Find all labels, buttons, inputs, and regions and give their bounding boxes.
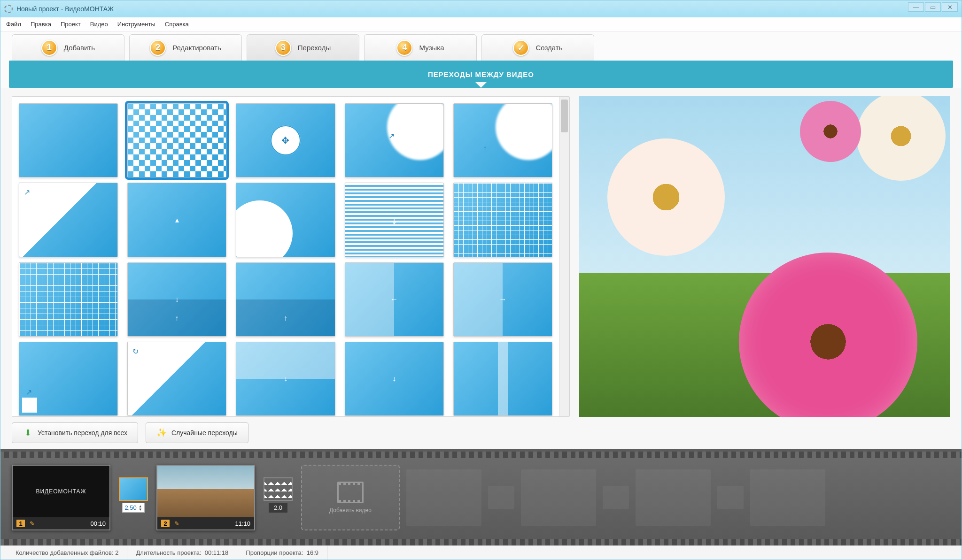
transition-item[interactable]: ↻ (127, 342, 226, 416)
step-number-icon: 1 (41, 40, 57, 56)
transition-item[interactable]: ← (345, 262, 444, 337)
menu-bar: Файл Правка Проект Видео Инструменты Спр… (0, 17, 962, 31)
step-number-icon: 2 (150, 40, 166, 56)
clip-index: 2 (161, 520, 170, 527)
preview-panel (579, 96, 950, 417)
transition-item[interactable]: ↓ (345, 342, 444, 416)
clip-thumbnail: ВИДЕОМОНТАЖ (13, 466, 109, 517)
checkmark-icon: ✓ (513, 40, 529, 56)
transition-item[interactable]: ↓ (236, 342, 335, 416)
window-title: Новый проект - ВидеоМОНТАЖ (16, 5, 114, 13)
timeline-transition[interactable]: 2,50 ▲▼ (117, 477, 150, 518)
stepper-icon[interactable]: ▲▼ (139, 505, 142, 511)
step-label: Музыка (419, 44, 444, 52)
transitions-grid: ✥ ↗ ↑ ↗ ▴ ↓ ↓↑ ↑ ← → ↗ ↻ ↓ ↓ (12, 97, 559, 416)
transition-item[interactable]: ↗ (19, 183, 118, 257)
menu-project[interactable]: Проект (61, 21, 81, 28)
random-transitions-button[interactable]: ✨ Случайные переходы (146, 422, 248, 443)
empty-transition-slot (603, 486, 629, 509)
timeline-area: T ВИДЕОМОНТАЖ 1 ✎ 00:10 2,50 ▲▼ (0, 449, 962, 545)
transition-item[interactable] (453, 342, 552, 416)
status-files: Количество добавленных файлов: 2 (7, 546, 127, 560)
empty-clip-slot (750, 469, 825, 526)
menu-help[interactable]: Справка (165, 21, 189, 28)
transition-item[interactable]: ↓↑ (127, 262, 226, 337)
empty-clip-slot (636, 469, 711, 526)
timeline-transition[interactable]: 2.0 (262, 477, 295, 518)
timeline-clip[interactable]: T ВИДЕОМОНТАЖ 1 ✎ 00:10 (12, 465, 110, 530)
transition-item[interactable]: ▴ (127, 183, 226, 257)
step-label: Добавить (64, 44, 95, 52)
filmstrip-decoration (0, 539, 962, 545)
transition-item[interactable] (236, 183, 335, 257)
transition-item[interactable] (19, 103, 118, 177)
step-add[interactable]: 1 Добавить (12, 34, 124, 61)
add-video-label: Добавить видео (329, 507, 372, 514)
transition-item[interactable]: ↗ (19, 342, 118, 416)
transition-item[interactable]: ↑ (453, 103, 552, 177)
step-label: Переходы (298, 44, 331, 52)
empty-transition-slot (488, 486, 514, 509)
filmstrip-decoration (0, 452, 962, 458)
title-bar: Новый проект - ВидеоМОНТАЖ — ▭ ✕ (0, 0, 962, 17)
download-arrow-icon: ⬇ (23, 428, 33, 438)
step-transitions[interactable]: 3 Переходы (247, 34, 359, 61)
edit-clip-icon[interactable]: ✎ (30, 520, 35, 527)
preview-image (579, 96, 950, 417)
film-icon (337, 482, 364, 503)
transition-item[interactable] (19, 262, 118, 337)
transition-item[interactable]: ↗ (345, 103, 444, 177)
section-banner: ПЕРЕХОДЫ МЕЖДУ ВИДЕО (9, 61, 953, 88)
transition-item[interactable]: ✥ (236, 103, 335, 177)
apply-to-all-button[interactable]: ⬇ Установить переход для всех (12, 422, 138, 443)
workflow-steps: 1 Добавить 2 Редактировать 3 Переходы 4 … (0, 31, 962, 61)
step-music[interactable]: 4 Музыка (364, 34, 477, 61)
step-edit[interactable]: 2 Редактировать (129, 34, 242, 61)
menu-file[interactable]: Файл (6, 21, 21, 28)
step-number-icon: 4 (396, 40, 412, 56)
banner-title: ПЕРЕХОДЫ МЕЖДУ ВИДЕО (428, 70, 534, 78)
clip-index: 1 (16, 520, 25, 527)
transition-item[interactable]: ↓ (345, 183, 444, 257)
app-icon (4, 5, 13, 13)
empty-clip-slot (521, 469, 596, 526)
transitions-panel: ✥ ↗ ↑ ↗ ▴ ↓ ↓↑ ↑ ← → ↗ ↻ ↓ ↓ (12, 96, 570, 417)
transition-duration-label: 2.0 (269, 503, 287, 513)
step-label: Редактировать (172, 44, 221, 52)
add-video-button[interactable]: Добавить видео (301, 465, 400, 530)
maximize-button[interactable]: ▭ (925, 2, 941, 12)
step-label: Создать (535, 44, 562, 52)
timeline-clip[interactable]: 2 ✎ 11:10 (156, 465, 255, 530)
button-label: Установить переход для всех (38, 429, 127, 437)
transition-item[interactable]: ↑ (236, 262, 335, 337)
menu-edit[interactable]: Правка (31, 21, 51, 28)
close-button[interactable]: ✕ (942, 2, 958, 12)
minimize-button[interactable]: — (908, 2, 924, 12)
transition-swatch[interactable] (264, 477, 293, 501)
transition-swatch[interactable] (119, 477, 148, 501)
status-aspect: Пропорции проекта: 16:9 (237, 546, 327, 560)
step-number-icon: 3 (275, 40, 291, 56)
actions-row: ⬇ Установить переход для всех ✨ Случайны… (0, 417, 962, 449)
edit-clip-icon[interactable]: ✎ (174, 520, 179, 527)
clip-duration: 00:10 (90, 520, 106, 527)
button-label: Случайные переходы (171, 429, 238, 437)
clip-duration: 11:10 (235, 520, 250, 527)
transition-item[interactable]: → (453, 262, 552, 337)
menu-video[interactable]: Видео (90, 21, 108, 28)
transition-duration-input[interactable]: 2,50 ▲▼ (122, 503, 144, 513)
transition-item[interactable] (127, 103, 226, 177)
vertical-scrollbar[interactable] (559, 97, 569, 416)
clip-thumbnail (157, 466, 254, 517)
empty-clip-slot (406, 469, 481, 526)
empty-transition-slot (717, 486, 744, 509)
status-bar: Количество добавленных файлов: 2 Длитель… (0, 545, 962, 560)
wand-icon: ✨ (156, 428, 167, 438)
menu-tools[interactable]: Инструменты (117, 21, 155, 28)
step-create[interactable]: ✓ Создать (481, 34, 594, 61)
scrollbar-thumb[interactable] (561, 100, 568, 132)
status-duration: Длительность проекта: 00:11:18 (127, 546, 237, 560)
transition-item[interactable] (453, 183, 552, 257)
